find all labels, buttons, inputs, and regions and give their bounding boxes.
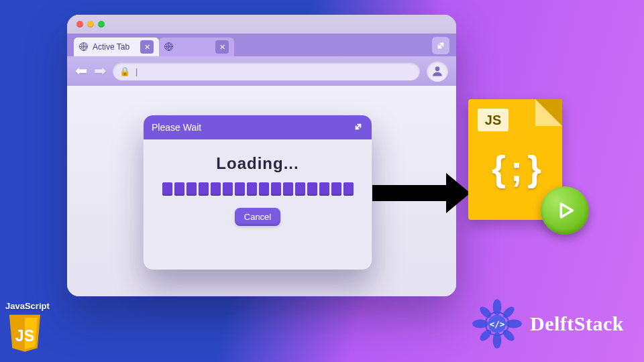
- cancel-button[interactable]: Cancel: [235, 208, 280, 226]
- progress-segment: [162, 182, 172, 196]
- minimize-dot[interactable]: [87, 21, 94, 27]
- tab-label: Active Tab: [93, 42, 129, 52]
- mandala-icon: </>: [471, 298, 523, 350]
- delftstack-logo: </> DelftStack: [471, 298, 624, 350]
- svg-point-3: [494, 333, 501, 348]
- progress-segment: [211, 182, 221, 196]
- progress-segment: [199, 182, 209, 196]
- svg-text:</>: </>: [490, 319, 505, 329]
- profile-button[interactable]: [427, 60, 448, 82]
- svg-point-4: [473, 320, 488, 328]
- progress-segment: [295, 182, 305, 196]
- tab-bar: 🌐︎ Active Tab ✕ 🌐︎ ✕: [67, 34, 456, 56]
- arrow-icon: [372, 173, 470, 213]
- code-braces-icon: { ; }: [468, 147, 562, 189]
- play-button[interactable]: [541, 186, 589, 235]
- expand-icon[interactable]: [432, 37, 449, 54]
- globe-icon: 🌐︎: [79, 42, 89, 52]
- window-titlebar: [67, 15, 456, 34]
- svg-point-0: [435, 66, 440, 71]
- globe-icon: 🌐︎: [164, 42, 174, 52]
- svg-point-5: [506, 320, 521, 328]
- progress-segment: [319, 182, 329, 196]
- toolbar: ⬅ ➡ 🔒 |: [67, 56, 456, 86]
- brand-name: DelftStack: [530, 312, 624, 335]
- zoom-dot[interactable]: [98, 21, 105, 27]
- close-dot[interactable]: [76, 21, 83, 27]
- svg-point-2: [494, 300, 501, 314]
- progress-segment: [247, 182, 257, 196]
- progress-segment: [343, 182, 354, 196]
- address-bar[interactable]: 🔒 |: [113, 62, 420, 80]
- js-badge-text: JS: [15, 327, 34, 345]
- address-text: |: [136, 66, 138, 76]
- progress-segment: [235, 182, 245, 196]
- svg-point-6: [479, 306, 492, 319]
- loading-dialog: Please Wait Loading... Cancel: [144, 115, 372, 269]
- forward-button[interactable]: ➡: [94, 62, 106, 80]
- svg-point-8: [479, 328, 492, 342]
- progress-bar: [158, 182, 357, 196]
- svg-point-9: [502, 328, 515, 342]
- progress-segment: [283, 182, 293, 196]
- js-file-badge: JS: [478, 109, 508, 131]
- expand-icon[interactable]: [353, 121, 364, 134]
- progress-segment: [331, 182, 341, 196]
- tab-inactive[interactable]: 🌐︎ ✕: [159, 38, 234, 56]
- progress-segment: [223, 182, 233, 196]
- progress-segment: [186, 182, 197, 196]
- dialog-title: Please Wait: [152, 122, 201, 133]
- tab-active[interactable]: 🌐︎ Active Tab ✕: [74, 38, 159, 56]
- dialog-titlebar: Please Wait: [144, 115, 372, 139]
- lock-icon: 🔒: [119, 66, 130, 76]
- javascript-caption: JavaScript: [5, 301, 50, 311]
- progress-segment: [271, 182, 281, 196]
- loading-label: Loading...: [158, 154, 357, 173]
- close-tab-icon[interactable]: ✕: [215, 40, 229, 54]
- back-button[interactable]: ⬅: [75, 62, 87, 80]
- close-tab-icon[interactable]: ✕: [140, 40, 154, 54]
- javascript-logo: JavaScript JS: [5, 301, 50, 355]
- js-file-graphic: JS { ; }: [468, 99, 569, 227]
- progress-segment: [307, 182, 317, 196]
- progress-segment: [259, 182, 269, 196]
- svg-point-7: [502, 306, 515, 319]
- progress-segment: [174, 182, 184, 196]
